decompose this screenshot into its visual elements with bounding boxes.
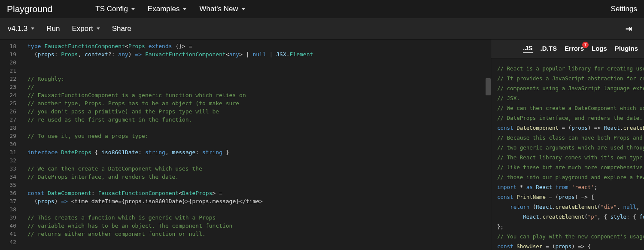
output-content[interactable]: // React is a popular library for creati… (491, 58, 644, 250)
menu-settings-label: Settings (611, 5, 637, 13)
output-tabs: .JS .D.TS Errors 7 Logs Plugins (491, 40, 644, 58)
menu-ts-config[interactable]: TS Config (95, 5, 135, 13)
chevron-down-icon (97, 27, 100, 30)
tab-js-label: .JS (523, 44, 533, 52)
chevron-down-icon (131, 8, 135, 10)
line-gutter: 1819202122232425262728293031323334353637… (0, 40, 22, 250)
menu-whats-new-label: What's New (199, 5, 238, 13)
chevron-down-icon (242, 8, 245, 10)
tab-errors-label: Errors (565, 45, 584, 52)
tab-plugins-label: Plugins (615, 45, 638, 52)
right-arrow-button[interactable]: ⇥ (626, 24, 632, 34)
version-dropdown[interactable]: v4.1.3 (8, 24, 34, 33)
tab-dts[interactable]: .D.TS (541, 45, 557, 53)
toolbar: v4.1.3 Run Export Share ⇥ (0, 18, 644, 40)
code-content[interactable]: type FauxactFunctionComponent<Props exte… (22, 40, 491, 250)
code-editor[interactable]: 1819202122232425262728293031323334353637… (0, 40, 491, 250)
output-panel: .JS .D.TS Errors 7 Logs Plugins // React… (491, 40, 644, 250)
version-label: v4.1.3 (8, 24, 27, 33)
chevron-down-icon (183, 8, 186, 10)
chevron-down-icon (31, 27, 34, 30)
tab-errors[interactable]: Errors 7 (565, 45, 584, 53)
export-dropdown[interactable]: Export (72, 24, 100, 33)
run-label: Run (46, 24, 60, 33)
vertical-scrollbar[interactable] (486, 78, 491, 95)
tab-dts-label: .D.TS (541, 45, 557, 52)
share-button[interactable]: Share (112, 24, 131, 33)
menu-settings[interactable]: Settings (611, 5, 637, 13)
arrow-right-icon: ⇥ (626, 24, 632, 34)
share-label: Share (112, 24, 131, 33)
menu-ts-config-label: TS Config (95, 5, 128, 13)
tab-js[interactable]: .JS (523, 44, 533, 53)
top-nav: Playground TS Config Examples What's New… (0, 0, 644, 18)
export-label: Export (72, 24, 93, 33)
tab-logs-label: Logs (592, 45, 607, 52)
app-title: Playground (7, 4, 52, 14)
menu-examples[interactable]: Examples (148, 5, 187, 13)
main-area: 1819202122232425262728293031323334353637… (0, 40, 644, 250)
tab-plugins[interactable]: Plugins (615, 45, 638, 53)
menu-whats-new[interactable]: What's New (199, 5, 245, 13)
run-button[interactable]: Run (46, 24, 60, 33)
tab-logs[interactable]: Logs (592, 45, 607, 53)
error-count-badge: 7 (582, 42, 589, 48)
menu-examples-label: Examples (148, 5, 180, 13)
